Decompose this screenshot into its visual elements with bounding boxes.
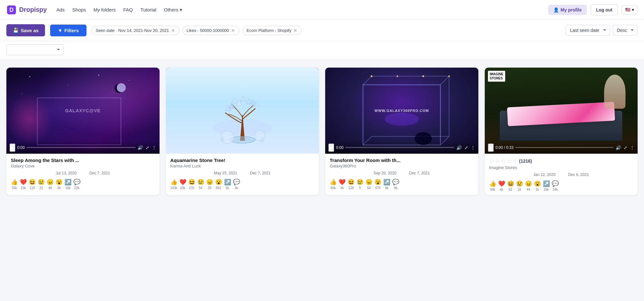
reaction-wow: 😮681 [215, 179, 222, 190]
remove-filter-platform[interactable]: ✕ [293, 28, 297, 33]
language-selector[interactable]: 🇺🇸 ▾ [622, 5, 638, 14]
card-4-last-seen: Dec 6, 2021 [568, 173, 589, 177]
card-3-reactions: 👍66k ❤️4k 😆128 😢5 😠58 😮679 ↗️8k 💬9k [330, 179, 474, 190]
reaction-like: 👍66k [330, 179, 337, 190]
fullscreen-icon-3[interactable]: ⤢ [464, 145, 468, 150]
svg-point-26 [422, 75, 424, 77]
card-2[interactable]: Aquamarine Stone Tree! Karma And Luck Ma… [166, 68, 319, 195]
card-3-video[interactable]: WWW.GALAXY360PRO.COM ▶ 0:00 🔊 ⤢ ⋮ [325, 68, 478, 154]
reaction-share: ↗️8k [383, 179, 390, 190]
filter-icon: ▼ [58, 28, 63, 33]
card-2-title: Aquamarine Stone Tree! [170, 158, 315, 163]
card-4[interactable]: IMAGINESTORES ▶ 0:00 / 0:33 🔊 ⤢ ⋮ [485, 68, 638, 195]
video-progress-4[interactable] [515, 147, 614, 148]
reaction-wow: 😮679 [374, 179, 381, 190]
reaction-haha: 😆118 [29, 179, 36, 190]
user-icon: 👤 [553, 7, 559, 12]
card-1[interactable]: GALAXYC@VE ▶ 0:00 🔊 ⤢ ⋮ Sleep Among the … [6, 68, 160, 195]
card-1-video[interactable]: GALAXYC@VE ▶ 0:00 🔊 ⤢ ⋮ [6, 68, 160, 154]
svg-marker-8 [240, 96, 246, 101]
fullscreen-icon-4[interactable]: ⤢ [624, 145, 627, 150]
my-profile-button[interactable]: 👤 My profile [548, 5, 587, 15]
reaction-wow: 😮1k [534, 180, 541, 191]
filter-tag-platform[interactable]: Ecom Platform - Shopify ✕ [243, 26, 302, 35]
card-3[interactable]: WWW.GALAXY360PRO.COM ▶ 0:00 🔊 ⤢ ⋮ Transf… [325, 68, 478, 195]
fullscreen-icon-1[interactable]: ⤢ [146, 145, 149, 150]
svg-line-18 [440, 76, 449, 85]
sort-order-select[interactable]: Desc Asc [613, 25, 638, 36]
card-1-first-seen: Jul 13, 2020 [56, 171, 77, 175]
video-controls-3: ▶ 0:00 🔊 ⤢ ⋮ [325, 141, 478, 154]
filters-button[interactable]: ▼ Filters [50, 25, 86, 36]
card-1-last-seen: Dec 7, 2021 [89, 171, 110, 175]
card-2-shop: Karma And Luck [170, 164, 315, 168]
card-2-video[interactable] [166, 68, 319, 154]
more-icon-4[interactable]: ⋮ [630, 145, 634, 150]
nav-folders[interactable]: My folders [94, 7, 116, 12]
card-2-first-seen: May 25, 2021 [214, 171, 237, 175]
watermark-3: WWW.GALAXY360PRO.COM [375, 109, 429, 113]
filter-tags: Seen date - Nov 14, 2021-Nov 20, 2021 ✕ … [92, 26, 561, 35]
svg-point-25 [397, 75, 398, 77]
reaction-share: ↗️5k [224, 179, 231, 190]
save-icon: 💾 [13, 27, 19, 33]
filter-tag-seen-date[interactable]: Seen date - Nov 14, 2021-Nov 20, 2021 ✕ [92, 26, 179, 35]
card-3-shop: Galaxy360Pro [330, 164, 474, 168]
more-icon-3[interactable]: ⋮ [471, 145, 475, 150]
reaction-angry: 😠44 [525, 180, 532, 191]
card-2-body: Aquamarine Stone Tree! Karma And Luck Ma… [166, 154, 319, 194]
card-2-last-seen: Dec 7, 2021 [250, 171, 271, 175]
reaction-sad: 😢16 [516, 180, 523, 191]
moon-icon [117, 83, 126, 92]
reaction-love: ❤️4k [498, 180, 505, 191]
svg-marker-9 [246, 99, 252, 104]
watermark-1: GALAXYC@VE [65, 108, 101, 113]
save-as-button[interactable]: 💾 Save as [6, 24, 45, 36]
reaction-comment: 💬22k [73, 179, 80, 190]
folder-select[interactable] [6, 44, 64, 55]
nav-ads[interactable]: Ads [56, 7, 65, 12]
navbar-right: 👤 My profile Log out 🇺🇸 ▾ [548, 4, 638, 15]
reaction-love: ❤️10k [179, 179, 186, 190]
star-dot [29, 76, 30, 77]
review-count-4: (1216) [519, 158, 532, 164]
svg-point-27 [448, 75, 450, 77]
nav-shops[interactable]: Shops [72, 7, 86, 12]
filter-tag-likes[interactable]: Likes - 50000-1000000 ✕ [183, 26, 239, 35]
play-button-1[interactable]: ▶ [10, 143, 15, 152]
video-time-4: 0:00 / 0:33 [496, 145, 514, 150]
reaction-haha: 😆170 [188, 179, 195, 190]
nav-tutorial[interactable]: Tutorial [140, 7, 156, 12]
logo[interactable]: D Dropispy [6, 5, 47, 15]
volume-icon-3[interactable]: 🔊 [456, 145, 462, 150]
card-2-reactions: 👍143k ❤️10k 😆170 😢54 😠33 😮681 ↗️5k 💬3k [170, 179, 315, 190]
card-3-dates: Sep 20, 2020 Dec 7, 2021 [330, 171, 474, 175]
nav-faq[interactable]: FAQ [123, 7, 133, 12]
nav-others-button[interactable]: Others ▾ [164, 7, 182, 13]
svg-point-24 [371, 75, 372, 77]
play-button-4[interactable]: ▶ [488, 143, 494, 152]
more-icon-1[interactable]: ⋮ [152, 145, 156, 150]
volume-icon-4[interactable]: 🔊 [616, 145, 621, 150]
video-progress-3[interactable] [345, 147, 454, 148]
reaction-haha: 😆82 [507, 180, 514, 191]
toolbar: 💾 Save as ▼ Filters Seen date - Nov 14, … [0, 20, 644, 41]
svg-point-28 [385, 113, 419, 126]
card-2-dates: May 25, 2021 Dec 7, 2021 [170, 171, 315, 175]
logo-icon: D [6, 5, 17, 15]
sort-by-select[interactable]: Last seen date First seen date Likes Com… [566, 25, 610, 36]
navbar: D Dropispy Ads Shops My folders FAQ Tuto… [0, 0, 644, 20]
logout-button[interactable]: Log out [591, 4, 618, 15]
remove-filter-likes[interactable]: ✕ [231, 28, 235, 33]
remove-filter-seen-date[interactable]: ✕ [171, 28, 175, 33]
video-time-1: 0:00 [17, 145, 25, 150]
reaction-sad: 😢54 [197, 179, 204, 190]
video-progress-1[interactable] [26, 147, 135, 148]
play-button-3[interactable]: ▶ [328, 143, 334, 152]
card-3-title: Transform Your Room with th... [330, 158, 474, 163]
video-controls-1: ▶ 0:00 🔊 ⤢ ⋮ [6, 141, 160, 154]
card-4-video[interactable]: IMAGINESTORES ▶ 0:00 / 0:33 🔊 ⤢ ⋮ [485, 68, 638, 154]
volume-icon-1[interactable]: 🔊 [138, 145, 143, 150]
chevron-down-icon: ▾ [180, 7, 182, 13]
card-4-dates: Jan 22, 2020 Dec 6, 2021 [489, 173, 633, 177]
